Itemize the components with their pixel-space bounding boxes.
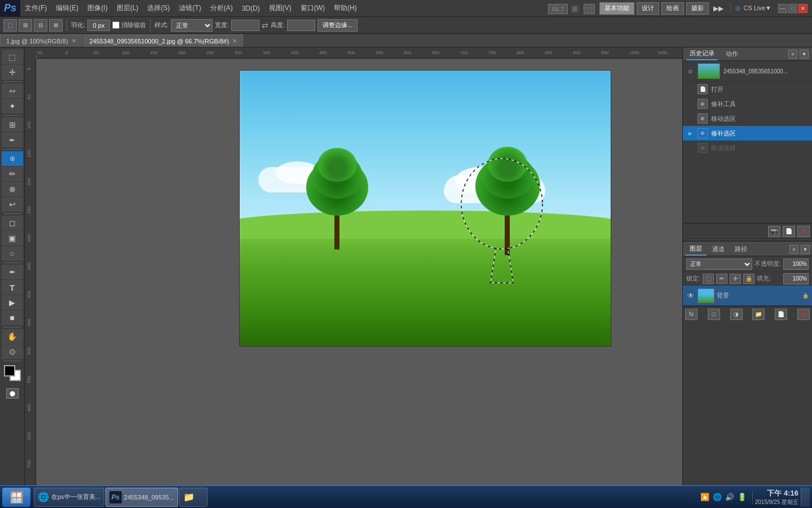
tool-path-select[interactable]: ▶	[2, 295, 23, 310]
history-item-heal[interactable]: ⊕ 修补工具	[683, 97, 812, 111]
tool-clone-stamp[interactable]: ⊗	[2, 182, 23, 196]
intersect-selection-btn[interactable]: ⊠	[49, 19, 63, 32]
taskbar-item-folder[interactable]: 📁	[179, 488, 208, 507]
height-input[interactable]	[287, 20, 315, 31]
paths-tab[interactable]: 路径	[730, 243, 752, 256]
lock-pixels-btn[interactable]: ✏	[716, 274, 727, 284]
layer-fx-btn[interactable]: fx	[685, 309, 698, 320]
tab-1jpg[interactable]: 1.jpg @ 100%(RGB/8) ✕	[0, 34, 82, 47]
menu-file[interactable]: 文件(F)	[20, 0, 51, 16]
menu-image[interactable]: 图像(I)	[83, 0, 112, 16]
canvas-area[interactable]: 50 0 50 100 150 200 250 300 350 400 450 …	[25, 47, 682, 491]
channels-tab[interactable]: 通道	[708, 243, 729, 256]
show-desktop-btn[interactable]	[801, 488, 810, 507]
workspace-basic-btn[interactable]: 基本功能	[599, 2, 634, 15]
workspace-photo-btn[interactable]: 摄影	[686, 2, 709, 15]
tool-history-brush[interactable]: ↩	[2, 197, 23, 212]
history-delete-btn[interactable]: 🗑	[797, 226, 810, 237]
workspace-paint-btn[interactable]: 绘画	[661, 2, 684, 15]
history-item-open[interactable]: 📄 打开	[683, 82, 812, 97]
layer-adjustment-btn[interactable]: ◑	[730, 309, 743, 320]
quick-mask-btn[interactable]: ⬤	[6, 388, 19, 398]
tool-heal[interactable]: ⊕	[2, 151, 23, 166]
tool-lasso[interactable]: ∾	[2, 84, 23, 98]
tool-gradient[interactable]: ▣	[2, 231, 23, 246]
tabs-bar: 1.jpg @ 100%(RGB/8) ✕ 2455348_0953565100…	[0, 34, 812, 47]
foreground-color-swatch[interactable]	[4, 365, 15, 376]
history-item-deselect[interactable]: ⊕ 取消选择	[683, 141, 812, 155]
subtract-selection-btn[interactable]: ⊟	[34, 19, 47, 32]
tool-hand[interactable]: ✋	[2, 329, 23, 344]
maximize-btn[interactable]: □	[788, 4, 797, 13]
lock-position-btn[interactable]: ✛	[730, 274, 741, 284]
lock-all-btn[interactable]: 🔒	[743, 274, 754, 284]
history-item-patch[interactable]: ▶ ⊕ 修补选区	[683, 126, 812, 141]
tool-zoom[interactable]: ⊙	[2, 344, 23, 359]
layer-visibility-toggle[interactable]: 👁	[686, 291, 695, 300]
menu-filter[interactable]: 滤镜(T)	[174, 0, 205, 16]
anti-alias-checkbox[interactable]	[112, 21, 120, 29]
tool-brush[interactable]: ✏	[2, 167, 23, 181]
menu-select[interactable]: 选择(S)	[143, 0, 174, 16]
tab-1jpg-close[interactable]: ✕	[72, 38, 76, 44]
adjust-edges-btn[interactable]: 调整边缘...	[317, 19, 358, 32]
menu-view[interactable]: 视图(V)	[264, 0, 296, 16]
history-item-move-sel[interactable]: ⊕ 移动选区	[683, 111, 812, 126]
menu-layer[interactable]: 图层(L)	[112, 0, 143, 16]
width-input[interactable]	[231, 20, 259, 31]
close-btn[interactable]: ✕	[798, 4, 807, 13]
taskbar-item-ie[interactable]: 🌐 在ps中一张育美...	[34, 488, 104, 507]
layers-settings-btn[interactable]: ≡	[789, 245, 798, 254]
history-settings-btn[interactable]: ≡	[788, 50, 797, 59]
menu-edit[interactable]: 编辑(E)	[51, 0, 83, 16]
tool-magic-wand[interactable]: ✦	[2, 99, 23, 113]
history-new-snapshot-btn[interactable]: 📷	[768, 226, 780, 237]
more-workspaces-btn[interactable]: ▶▶	[711, 5, 726, 12]
style-dropdown[interactable]: 正常 固定比例 固定大小	[171, 19, 213, 32]
menu-window[interactable]: 窗口(W)	[296, 0, 329, 16]
tool-select[interactable]: ⬚	[2, 50, 23, 64]
svg-text:400: 400	[27, 291, 32, 299]
minimize-btn[interactable]: —	[778, 4, 787, 13]
start-button[interactable]: 🪟	[2, 488, 30, 507]
tab-2jpg-close[interactable]: ✕	[232, 38, 237, 44]
tool-crop[interactable]: ⊞	[2, 117, 23, 132]
layer-delete-btn[interactable]: 🗑	[797, 309, 810, 320]
menu-3d[interactable]: 3D(D)	[237, 0, 264, 16]
fill-input[interactable]	[783, 273, 809, 284]
cs-live-btn[interactable]: ◎ CS Live▼	[735, 5, 771, 12]
blend-mode-dropdown[interactable]: 正常 溶解 正片叠底	[686, 259, 752, 270]
actions-tab[interactable]: 动作	[722, 47, 742, 60]
tool-move[interactable]: ✛	[2, 65, 23, 80]
tool-pen[interactable]: ✒	[2, 265, 23, 279]
layer-mask-btn[interactable]: □	[708, 309, 720, 320]
menu-help[interactable]: 帮助(H)	[329, 0, 361, 16]
history-tab[interactable]: 历史记录	[686, 47, 718, 60]
layer-new-btn[interactable]: 📄	[775, 309, 787, 320]
new-selection-btn[interactable]: ⬚	[3, 19, 17, 32]
layers-tab[interactable]: 图层	[685, 243, 707, 256]
layer-group-btn[interactable]: 📁	[752, 309, 765, 320]
tab-2jpg[interactable]: 2455348_095356510000_2.jpg @ 66.7%(RGB/8…	[83, 34, 243, 47]
tool-eraser[interactable]: ◻	[2, 216, 23, 230]
swap-dimensions-btn[interactable]: ⇄	[262, 21, 268, 30]
feather-input[interactable]	[87, 20, 110, 31]
tool-dodge[interactable]: ○	[2, 246, 23, 261]
taskbar-item-ps[interactable]: Ps 2455348_09535...	[105, 488, 178, 507]
opacity-input[interactable]	[783, 259, 809, 270]
lock-transparent-btn[interactable]: ⬚	[703, 274, 714, 284]
canvas-content[interactable]	[36, 59, 682, 491]
layers-collapse-btn[interactable]: ▼	[801, 245, 810, 254]
layer-background[interactable]: 👁 背景 🔒	[683, 286, 812, 306]
history-new-document-btn[interactable]: 📄	[783, 226, 795, 237]
svg-text:950: 950	[601, 50, 609, 55]
add-selection-btn[interactable]: ⊞	[19, 19, 32, 32]
tool-eyedropper[interactable]: ✒	[2, 133, 23, 147]
menu-analyze[interactable]: 分析(A)	[206, 0, 237, 16]
history-item-deselect-checkbox	[686, 144, 694, 152]
workspace-design-btn[interactable]: 设计	[637, 2, 659, 15]
tool-text[interactable]: T	[2, 280, 23, 295]
clock[interactable]: 下午 4:16 2015/9/25 星期五	[755, 488, 798, 506]
tool-shape[interactable]: ■	[2, 310, 23, 325]
history-collapse-btn[interactable]: ▼	[800, 50, 809, 59]
